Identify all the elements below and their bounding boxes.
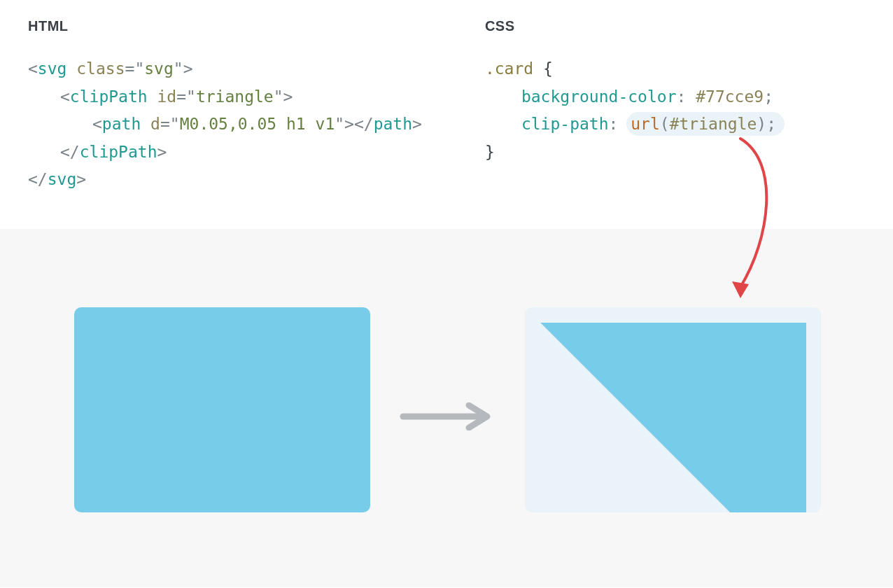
css-column: CSS .card {background-color: #77cce9;cli… bbox=[485, 18, 865, 194]
css-header: CSS bbox=[485, 18, 865, 34]
html-line-3: <path d="M0.05,0.05 h1 v1"></path> bbox=[28, 111, 422, 139]
card-before bbox=[74, 307, 370, 512]
css-line-2: background-color: #77cce9; bbox=[485, 83, 865, 111]
arrow-right-icon bbox=[399, 402, 497, 430]
css-line-4: } bbox=[485, 139, 865, 167]
code-area: HTML <svg class="svg"><clipPath id="tria… bbox=[0, 0, 893, 229]
card-after bbox=[525, 307, 821, 512]
css-code-block: .card {background-color: #77cce9;clip-pa… bbox=[485, 55, 865, 166]
css-line-3: clip-path: url(#triangle); bbox=[485, 111, 865, 139]
html-header: HTML bbox=[28, 18, 422, 34]
html-line-1: <svg class="svg"> bbox=[28, 55, 422, 83]
url-highlight: url(#triangle); bbox=[626, 112, 785, 136]
css-line-1: .card { bbox=[485, 55, 865, 83]
html-code-block: <svg class="svg"><clipPath id="triangle"… bbox=[28, 55, 422, 194]
html-line-4: </clipPath> bbox=[28, 139, 422, 167]
html-line-5: </svg> bbox=[28, 166, 422, 194]
clipped-triangle bbox=[540, 323, 806, 512]
illustration-area bbox=[0, 229, 893, 587]
html-line-2: <clipPath id="triangle"> bbox=[28, 83, 422, 111]
html-column: HTML <svg class="svg"><clipPath id="tria… bbox=[28, 18, 422, 194]
